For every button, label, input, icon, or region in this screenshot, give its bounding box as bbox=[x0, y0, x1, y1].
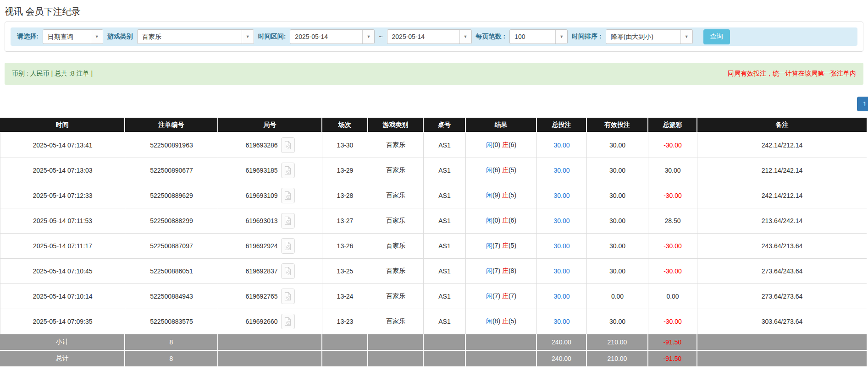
round-number: 619692924 bbox=[245, 242, 277, 250]
total-bet-link[interactable]: 30.00 bbox=[553, 293, 569, 300]
player-result-score: (7) bbox=[492, 242, 502, 249]
round-number: 619692660 bbox=[245, 318, 277, 325]
total-bet-link[interactable]: 30.00 bbox=[553, 217, 569, 224]
video-replay-button[interactable] bbox=[281, 314, 295, 329]
cell-result: 闲(0) 庄(6) bbox=[466, 208, 537, 234]
table-row: 2025-05-14 07:09:35522500883575619692660… bbox=[0, 309, 867, 334]
cell-bet-id: 522500888299 bbox=[125, 208, 218, 234]
chevron-down-icon[interactable]: ▼ bbox=[555, 30, 567, 44]
query-mode-dropdown[interactable]: 日期查询 ▼ bbox=[43, 29, 103, 44]
cell-game-type: 百家乐 bbox=[368, 183, 424, 208]
video-replay-button[interactable] bbox=[281, 188, 295, 203]
banker-result-score: (6) bbox=[509, 217, 516, 224]
column-header: 局号 bbox=[218, 118, 322, 133]
cell-table-id: AS1 bbox=[424, 183, 466, 208]
cell-result: 闲(7) 庄(8) bbox=[466, 259, 537, 284]
search-button[interactable]: 查询 bbox=[703, 29, 730, 44]
chevron-down-icon[interactable]: ▼ bbox=[459, 30, 471, 44]
round-number: 619693109 bbox=[245, 192, 277, 199]
cell-payout: 28.50 bbox=[648, 208, 697, 234]
total-bet-link[interactable]: 30.00 bbox=[553, 318, 569, 325]
cell-total-bet: 30.00 bbox=[537, 158, 587, 183]
page-size-dropdown[interactable]: 100 ▼ bbox=[509, 29, 568, 44]
total-bet-link[interactable]: 30.00 bbox=[553, 142, 569, 149]
cell-bet-id: 522500890677 bbox=[125, 158, 218, 183]
table-footer: 小计8240.00210.00-91.50总计8240.00210.00-91.… bbox=[0, 334, 867, 367]
cell-time: 2025-05-14 07:11:17 bbox=[0, 234, 125, 259]
banker-result-label: 庄 bbox=[502, 166, 509, 174]
cell-table-id: AS1 bbox=[424, 259, 466, 284]
cell-time: 2025-05-14 07:10:45 bbox=[0, 259, 125, 284]
cell-game-type: 百家乐 bbox=[368, 234, 424, 259]
currency-total-text: 币别 : 人民币 | 总共 :8 注单 | bbox=[12, 70, 93, 78]
video-file-icon bbox=[284, 267, 292, 276]
total-bet-link[interactable]: 30.00 bbox=[553, 242, 569, 250]
column-header: 结果 bbox=[466, 118, 537, 133]
cell-result: 闲(9) 庄(5) bbox=[466, 183, 537, 208]
cell-game-type: 百家乐 bbox=[368, 284, 424, 309]
footer-total-bet: 240.00 bbox=[537, 351, 587, 367]
cell-payout: -30.00 bbox=[648, 309, 697, 334]
video-replay-button[interactable] bbox=[281, 213, 295, 229]
table-row: 2025-05-14 07:10:14522500884943619692765… bbox=[0, 284, 867, 309]
footer-empty-cell bbox=[218, 334, 322, 351]
chevron-down-icon[interactable]: ▼ bbox=[91, 30, 103, 44]
round-number: 619692837 bbox=[245, 267, 277, 275]
cell-payout: -30.00 bbox=[648, 133, 697, 158]
total-bet-link[interactable]: 30.00 bbox=[553, 167, 569, 174]
column-header: 总派彩 bbox=[648, 118, 697, 133]
cell-payout: -30.00 bbox=[648, 234, 697, 259]
cell-table-id: AS1 bbox=[424, 234, 466, 259]
sort-order-dropdown[interactable]: 降幂(由大到小) ▼ bbox=[606, 29, 693, 44]
date-from-value: 2025-05-14 bbox=[290, 30, 362, 44]
column-header: 时间 bbox=[0, 118, 125, 133]
cell-note: 303.64/273.64 bbox=[697, 309, 867, 334]
date-to-picker[interactable]: 2025-05-14 ▼ bbox=[387, 29, 472, 44]
game-type-dropdown[interactable]: 百家乐 ▼ bbox=[137, 29, 254, 44]
banker-result-score: (5) bbox=[509, 317, 516, 325]
filter-bar: 请选择: 日期查询 ▼ 游戏类别 百家乐 ▼ 时间区间: 2025-05-14 … bbox=[11, 27, 857, 46]
footer-count: 8 bbox=[125, 351, 218, 367]
cell-round-id: 619692765 bbox=[218, 284, 322, 309]
cell-round-id: 619692660 bbox=[218, 309, 322, 334]
player-result-label: 闲 bbox=[486, 166, 492, 174]
cell-payout: 0.00 bbox=[648, 284, 697, 309]
cell-bet-id: 522500891963 bbox=[125, 133, 218, 158]
video-file-icon bbox=[284, 292, 292, 301]
video-replay-button[interactable] bbox=[281, 137, 295, 153]
total-bet-link[interactable]: 30.00 bbox=[553, 267, 569, 275]
video-file-icon bbox=[284, 241, 292, 251]
banker-result-label: 庄 bbox=[502, 191, 509, 199]
footer-empty-cell bbox=[368, 334, 424, 351]
cell-valid-bet: 30.00 bbox=[587, 158, 648, 183]
page-1-button[interactable]: 1 bbox=[857, 97, 868, 111]
page-size-value: 100 bbox=[510, 30, 555, 44]
game-type-label: 游戏类别 bbox=[107, 33, 133, 41]
cell-note: 212.14/242.14 bbox=[697, 158, 867, 183]
cell-round-id: 619693013 bbox=[218, 208, 322, 234]
video-replay-button[interactable] bbox=[281, 263, 295, 279]
total-bet-link[interactable]: 30.00 bbox=[553, 192, 569, 199]
footer-total-bet: 240.00 bbox=[537, 334, 587, 351]
table-row: 2025-05-14 07:10:45522500886051619692837… bbox=[0, 259, 867, 284]
player-result-score: (0) bbox=[492, 217, 502, 224]
player-result-score: (0) bbox=[492, 141, 502, 148]
chevron-down-icon[interactable]: ▼ bbox=[680, 30, 692, 44]
round-number: 619693185 bbox=[245, 167, 277, 174]
video-replay-button[interactable] bbox=[281, 163, 295, 178]
cell-valid-bet: 30.00 bbox=[587, 183, 648, 208]
player-result-score: (9) bbox=[492, 191, 502, 199]
cell-game-type: 百家乐 bbox=[368, 133, 424, 158]
video-replay-button[interactable] bbox=[281, 289, 295, 304]
chevron-down-icon[interactable]: ▼ bbox=[242, 30, 254, 44]
cell-round-id: 619693109 bbox=[218, 183, 322, 208]
chevron-down-icon[interactable]: ▼ bbox=[362, 30, 374, 44]
cell-total-bet: 30.00 bbox=[537, 133, 587, 158]
date-from-picker[interactable]: 2025-05-14 ▼ bbox=[290, 29, 375, 44]
cell-payout: -30.00 bbox=[648, 259, 697, 284]
column-header: 桌号 bbox=[424, 118, 466, 133]
footer-empty-cell bbox=[218, 351, 322, 367]
round-number: 619693286 bbox=[245, 142, 277, 149]
video-replay-button[interactable] bbox=[281, 238, 295, 254]
cell-result: 闲(7) 庄(5) bbox=[466, 234, 537, 259]
